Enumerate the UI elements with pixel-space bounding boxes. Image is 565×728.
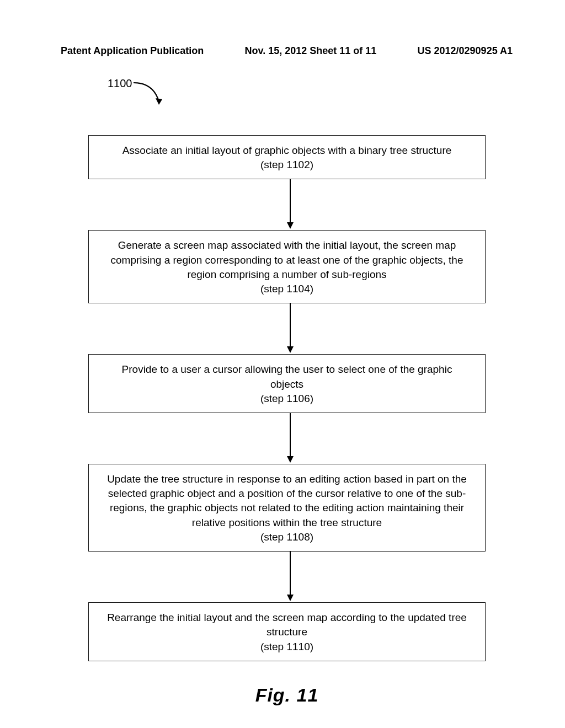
flow-step-1110: Rearrange the initial layout and the scr… [88,602,486,661]
page-header: Patent Application Publication Nov. 15, … [61,45,513,57]
flow-step-number: (step 1108) [104,530,470,544]
flow-step-number: (step 1104) [104,282,470,296]
flow-connector [286,552,287,602]
figure-caption: Fig. 11 [77,684,497,706]
flow-step-number: (step 1106) [104,392,470,406]
flow-step-text: Generate a screen map associated with th… [111,239,463,280]
flow-connector [286,413,287,464]
flow-step-text: Rearrange the initial layout and the scr… [107,612,467,638]
header-center: Nov. 15, 2012 Sheet 11 of 11 [245,45,377,57]
header-left: Patent Application Publication [61,45,204,57]
flow-step-text: Associate an initial layout of graphic o… [122,144,452,156]
flow-connector [286,303,287,354]
flow-step-1108: Update the tree structure in response to… [88,464,486,552]
flow-connector [286,179,287,230]
flow-step-number: (step 1110) [104,640,470,654]
reference-number-label: 1100 [108,77,132,90]
flowchart-body: Associate an initial layout of graphic o… [77,135,497,706]
header-right: US 2012/0290925 A1 [418,45,513,57]
flow-step-number: (step 1102) [104,158,470,172]
reference-arrow-icon [132,78,166,109]
flow-step-1106: Provide to a user a cursor allowing the … [88,354,486,413]
flow-step-1102: Associate an initial layout of graphic o… [88,135,486,179]
flow-step-text: Provide to a user a cursor allowing the … [122,363,452,389]
flow-step-text: Update the tree structure in response to… [107,473,467,528]
flow-step-1104: Generate a screen map associated with th… [88,230,486,303]
